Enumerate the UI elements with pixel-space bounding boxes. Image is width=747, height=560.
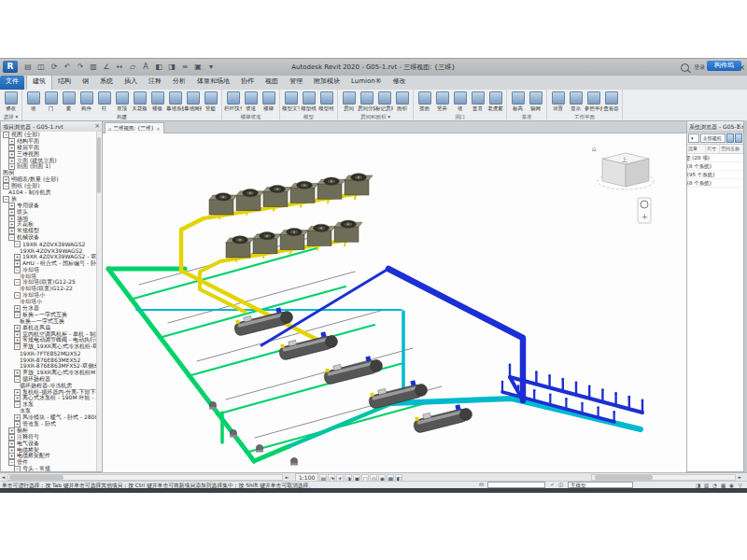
cooling-tower-bank-2[interactable]: [226, 220, 362, 258]
ribbon-group-label[interactable]: 洞口: [416, 113, 504, 120]
ribbon-group-label[interactable]: 楼梯坡道: [224, 113, 277, 120]
ribbon-button-幕墙网格[interactable]: 幕墙网格: [184, 91, 202, 112]
ribbon-button-模型线[interactable]: 模型线: [300, 91, 317, 112]
ribbon-group-label[interactable]: 选择 ▾: [2, 113, 20, 120]
cooling-tower-bank-1[interactable]: [209, 174, 373, 215]
viewcube-home-icon[interactable]: ⌂: [592, 145, 597, 153]
project-browser-close-icon[interactable]: ×: [94, 121, 100, 132]
ribbon-button-楼梯[interactable]: 楼梯: [260, 91, 277, 112]
chillers[interactable]: [233, 305, 473, 434]
ribbon-tab-Lumion®[interactable]: Lumion®: [345, 76, 388, 90]
ribbon-button-窗[interactable]: 窗: [60, 91, 78, 112]
ribbon-tab-分析[interactable]: 分析: [167, 76, 191, 90]
tree-item[interactable]: +剖面 (剖面 1): [1, 163, 97, 170]
tree-item[interactable]: +场地: [1, 216, 97, 222]
tree-item[interactable]: +电气设备: [1, 441, 97, 447]
ribbon-tab-注释[interactable]: 注释: [143, 76, 167, 90]
ribbon-button-墙[interactable]: 墙: [451, 91, 469, 112]
hscroll-right-arrow[interactable]: ►: [284, 474, 290, 481]
design-options-icon[interactable]: ◫: [557, 482, 564, 488]
tree-item[interactable]: +喷头: [1, 209, 97, 216]
tree-item[interactable]: +常规模型: [1, 228, 97, 234]
measure-icon[interactable]: ∠: [101, 62, 112, 73]
ribbon-group-label[interactable]: 模型: [282, 113, 335, 120]
ribbon-group-label[interactable]: 构建: [24, 113, 219, 120]
ribbon-button-模型文字[interactable]: 模型文字: [282, 91, 300, 112]
ribbon-button-竖梃[interactable]: 竖梃: [202, 91, 219, 112]
tree-item[interactable]: +离心式水泵组 - 190M 叶轮 - 连接器 - 100-125 CN: [1, 396, 97, 402]
tree-item[interactable]: 冷却塔小: [1, 299, 97, 305]
system-browser-header[interactable]: 系统浏览器 - G05-1.rvt ×: [687, 121, 743, 133]
tree-expander[interactable]: −: [14, 466, 21, 471]
ribbon-tab-文件[interactable]: 文件: [0, 76, 24, 90]
thin-lines-icon[interactable]: ≡: [179, 62, 190, 73]
column-settings-icon[interactable]: [726, 133, 734, 143]
discipline-filter-select[interactable]: 全部规程: [700, 133, 726, 143]
ribbon-button-垂直[interactable]: 垂直: [469, 91, 486, 112]
system-browser-row[interactable]: 未指定 (28 项): [687, 154, 743, 162]
print-icon[interactable]: ▥: [88, 62, 99, 73]
tree-item[interactable]: +注释符号: [1, 434, 97, 441]
tag-icon[interactable]: ▱: [127, 62, 138, 73]
panel-hscroll-arrow[interactable]: ►: [737, 474, 743, 481]
tree-item[interactable]: 冷却塔(联置)G12-22: [1, 286, 97, 292]
ribbon-button-墙[interactable]: 墙: [24, 91, 42, 112]
ribbon-button-栏杆扶手[interactable]: 栏杆扶手: [224, 91, 242, 112]
ribbon-tab-钢[interactable]: 钢: [77, 76, 94, 90]
view-selector-arrow[interactable]: ▾: [688, 133, 699, 143]
ribbon-button-老虎窗[interactable]: 老虎窗: [486, 91, 504, 112]
ribbon-button-门[interactable]: 门: [42, 91, 60, 112]
ribbon-button-标高[interactable]: 标高: [509, 91, 527, 112]
project-browser-scrollbar[interactable]: [96, 132, 102, 471]
editing-requests-icon[interactable]: ✓: [549, 482, 556, 488]
section-icon[interactable]: ◨: [166, 62, 177, 73]
customize-icon[interactable]: ▾: [205, 62, 217, 73]
ribbon-button-设置[interactable]: 设置: [549, 91, 567, 112]
undo-icon[interactable]: ↶: [62, 62, 73, 73]
ribbon-button-参照平面[interactable]: 参照平面: [585, 91, 602, 112]
ribbon-tab-管理[interactable]: 管理: [284, 76, 308, 90]
ribbon-button-显示[interactable]: 显示: [567, 91, 585, 112]
viewcube[interactable]: 上⌂: [592, 145, 654, 189]
column-header-尺寸[interactable]: 尺寸: [706, 145, 720, 153]
login-label[interactable]: 登录: [694, 63, 705, 72]
ribbon-tab-插入[interactable]: 插入: [119, 76, 143, 90]
3d-view-scene[interactable]: 上⌂+: [103, 133, 686, 473]
ribbon-button-面积[interactable]: 面积: [393, 91, 411, 112]
system-browser-row[interactable]: 卫浴 (8 个系统): [687, 162, 743, 171]
ribbon-tab-协作[interactable]: 协作: [235, 76, 260, 90]
redo-icon[interactable]: ↷: [75, 62, 86, 73]
design-option-select[interactable]: 主模型: [568, 482, 633, 488]
canvas-hscrollbar[interactable]: [7, 474, 283, 481]
ribbon-button-模型组[interactable]: 模型组: [317, 91, 335, 112]
ribbon-button-查看器[interactable]: 查看器: [602, 91, 620, 112]
chiller-unit[interactable]: [412, 402, 473, 434]
chilled-water-pipes-cyan[interactable]: [136, 310, 641, 446]
tree-item[interactable]: +AHU - 组合式 - 国标编号 - 卧式 - 标准 - 2000 - 590: [1, 260, 97, 267]
autofit-columns-icon[interactable]: [735, 133, 742, 143]
tree-item[interactable]: −弯头 - 常规: [1, 466, 97, 471]
tree-item[interactable]: +电缆桥架配件: [1, 454, 97, 460]
search-icon[interactable]: [681, 63, 689, 72]
ribbon-button-天花板[interactable]: 天花板: [131, 91, 148, 112]
ribbon-group-label[interactable]: 基准: [509, 113, 544, 120]
ribbon-button-修改[interactable]: 修改: [2, 91, 20, 112]
system-browser-row[interactable]: 管道 (8 个系统): [687, 179, 743, 188]
navigation-bar[interactable]: +: [638, 198, 651, 223]
save-icon[interactable]: ◫: [35, 62, 47, 73]
ribbon-tab-附加模块[interactable]: 附加模块: [308, 76, 345, 90]
tree-item[interactable]: −视图 (全部): [1, 132, 97, 138]
system-browser-close-icon[interactable]: ×: [736, 121, 741, 132]
ribbon-button-按面[interactable]: 按面: [416, 91, 433, 112]
ribbon-tab-视图[interactable]: 视图: [260, 76, 284, 90]
hscroll-left-arrow[interactable]: ◄: [0, 474, 7, 481]
ribbon-button-坡道[interactable]: 坡道: [242, 91, 260, 112]
ribbon-button-楼板[interactable]: 楼板: [148, 91, 166, 112]
tree-item[interactable]: −开放_19XR离心式冷水机组-双侧出管: [1, 343, 97, 350]
ribbon-button-轴网[interactable]: 轴网: [527, 91, 544, 112]
ribbon-button-构件[interactable]: 构件: [78, 91, 95, 112]
worksets-icon[interactable]: ⛁: [478, 482, 485, 488]
workset-select[interactable]: [487, 482, 545, 488]
ribbon-button-房间[interactable]: 房间: [340, 91, 358, 112]
column-header-流量[interactable]: 流量: [687, 145, 706, 153]
